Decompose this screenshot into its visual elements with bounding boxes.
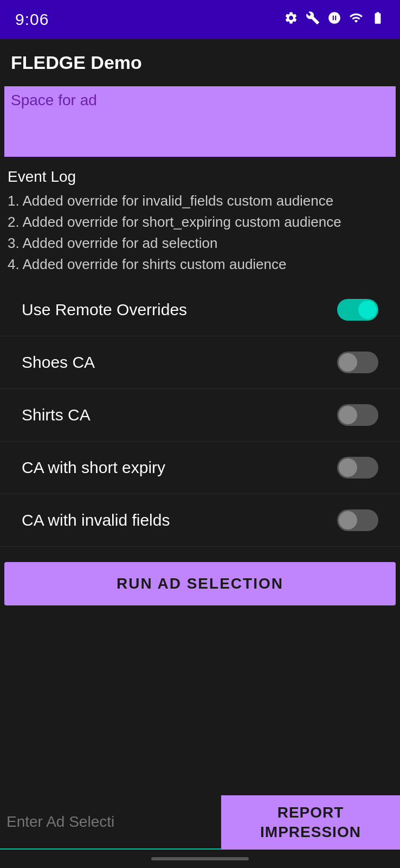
toggle-use-remote-overrides[interactable] (337, 299, 378, 321)
report-button-line1: REPORT (278, 804, 344, 821)
toggle-knob-ca-short-expiry (339, 458, 357, 477)
main-content: FLEDGE Demo Space for ad Event Log 1. Ad… (0, 39, 400, 678)
event-log-entry-2: 2. Added override for short_expiring cus… (8, 212, 392, 233)
toggle-label-shirts-ca: Shirts CA (22, 406, 91, 424)
toggle-label-ca-short-expiry: CA with short expiry (22, 458, 165, 477)
event-log: Event Log 1. Added override for invalid_… (0, 157, 400, 279)
toggle-shirts-ca[interactable] (337, 404, 378, 426)
wifi-icon (349, 11, 363, 28)
app-title: FLEDGE Demo (11, 52, 142, 73)
toggle-row-ca-invalid-fields: CA with invalid fields (0, 494, 400, 547)
toggle-knob-use-remote-overrides (358, 301, 377, 319)
event-log-entry-4: 4. Added override for shirts custom audi… (8, 254, 392, 275)
bottom-input-wrapper[interactable] (0, 795, 221, 850)
run-ad-selection-button[interactable]: RUN AD SELECTION (4, 562, 396, 605)
bottom-input-row: REPORT IMPRESSION (0, 795, 400, 850)
report-impression-button[interactable]: REPORT IMPRESSION (221, 795, 400, 850)
event-log-title: Event Log (8, 165, 392, 188)
toggle-knob-shirts-ca (339, 406, 357, 424)
report-button-label: REPORT IMPRESSION (260, 803, 361, 843)
toggle-row-use-remote-overrides: Use Remote Overrides (0, 284, 400, 336)
toggle-ca-invalid-fields[interactable] (337, 509, 378, 531)
toggle-row-shoes-ca: Shoes CA (0, 336, 400, 389)
toggle-shoes-ca[interactable] (337, 352, 378, 373)
ad-space: Space for ad (4, 86, 396, 157)
toggle-row-ca-short-expiry: CA with short expiry (0, 442, 400, 494)
toggle-label-use-remote-overrides: Use Remote Overrides (22, 301, 187, 319)
toggle-ca-short-expiry[interactable] (337, 457, 378, 478)
status-time: 9:06 (15, 10, 49, 29)
toggles-section: Use Remote Overrides Shoes CA Shirts CA … (0, 279, 400, 551)
app-bar: FLEDGE Demo (0, 39, 400, 82)
status-icons (284, 11, 385, 28)
toggle-knob-ca-invalid-fields (339, 511, 357, 529)
toggle-label-ca-invalid-fields: CA with invalid fields (22, 511, 170, 529)
ad-selection-input[interactable] (7, 813, 215, 831)
home-indicator (0, 850, 400, 868)
settings-icon (284, 11, 298, 28)
toggle-knob-shoes-ca (339, 353, 357, 372)
event-log-entry-3: 3. Added override for ad selection (8, 233, 392, 254)
event-log-entry-1: 1. Added override for invalid_fields cus… (8, 190, 392, 212)
report-button-line2: IMPRESSION (260, 824, 361, 840)
ad-space-label: Space for ad (11, 92, 97, 109)
status-bar: 9:06 (0, 0, 400, 39)
bottom-section: REPORT IMPRESSION (0, 795, 400, 868)
toggle-row-shirts-ca: Shirts CA (0, 389, 400, 442)
wrench-icon (306, 11, 320, 28)
home-bar (151, 857, 249, 860)
toggle-label-shoes-ca: Shoes CA (22, 353, 95, 372)
block-icon (327, 11, 341, 28)
battery-icon (371, 11, 385, 28)
